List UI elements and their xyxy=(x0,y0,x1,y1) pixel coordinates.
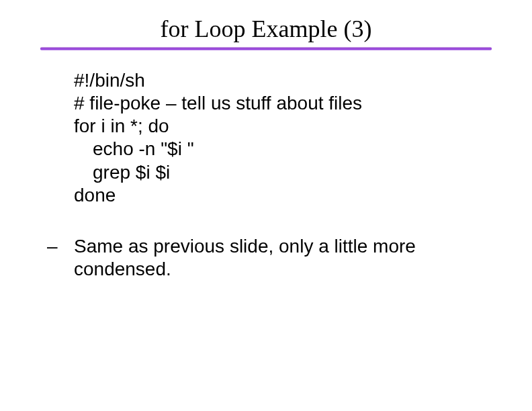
bullet-dash: – xyxy=(47,235,74,258)
code-line: grep $i $i xyxy=(93,161,492,184)
code-line: #!/bin/sh xyxy=(74,69,492,92)
code-line: done xyxy=(74,184,492,207)
slide-content: #!/bin/sh # file-poke – tell us stuff ab… xyxy=(0,69,532,281)
title-underline xyxy=(40,47,492,50)
code-block: #!/bin/sh # file-poke – tell us stuff ab… xyxy=(74,69,492,207)
slide-title: for Loop Example (3) xyxy=(0,15,532,43)
bullet-item: – Same as previous slide, only a little … xyxy=(47,235,492,281)
code-line: # file-poke – tell us stuff about files xyxy=(74,92,492,115)
slide: for Loop Example (3) #!/bin/sh # file-po… xyxy=(0,0,532,411)
code-line: echo -n "$i " xyxy=(93,138,492,161)
code-line: for i in *; do xyxy=(74,115,492,138)
bullet-text: Same as previous slide, only a little mo… xyxy=(74,235,492,281)
